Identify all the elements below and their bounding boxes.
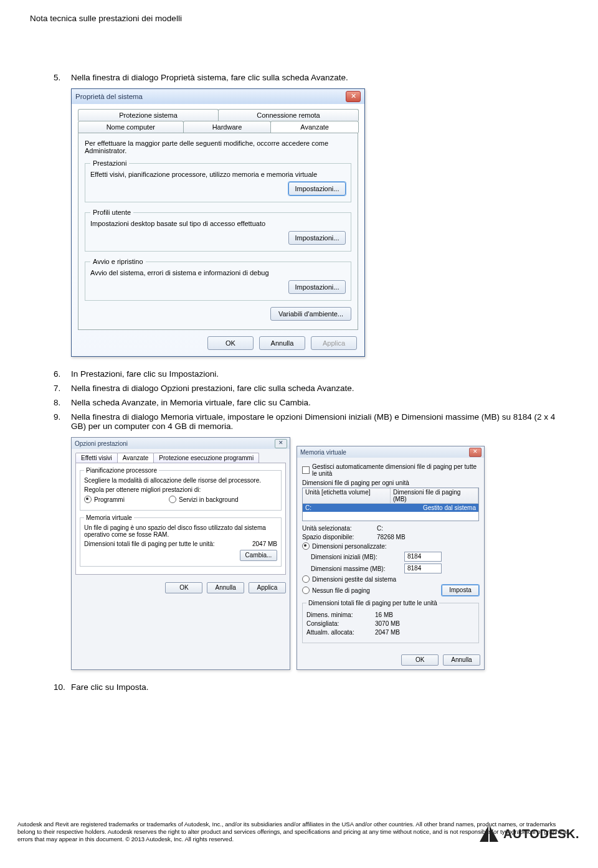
group-text: Scegliere la modalità di allocazione del… — [84, 477, 277, 484]
cancel-button[interactable]: Annulla — [207, 582, 244, 593]
list-row[interactable]: C: Gestito dal sistema — [303, 504, 478, 512]
cancel-button[interactable]: Annulla — [259, 336, 305, 350]
recommended-value: 3070 MB — [375, 620, 400, 627]
environment-variables-button[interactable]: Variabili d'ambiente... — [270, 307, 351, 321]
tab-dep[interactable]: Protezione esecuzione programmi — [153, 453, 259, 463]
drive-list[interactable]: Unità [etichetta volume] Dimensioni file… — [302, 488, 479, 521]
space-available-label: Spazio disponibile: — [302, 534, 377, 540]
allocated-value: 2047 MB — [375, 629, 400, 636]
dialog-title: Opzioni prestazioni — [75, 440, 128, 447]
step-text: Nella finestra di dialogo Opzioni presta… — [71, 384, 568, 393]
dialog-titlebar[interactable]: Opzioni prestazioni ✕ — [72, 438, 290, 449]
processor-scheduling-group: Pianificazione processore Scegliere la m… — [80, 467, 282, 511]
selected-drive-label: Unità selezionata: — [302, 525, 377, 532]
page-header: Nota tecnica sulle prestazioni dei model… — [30, 14, 568, 23]
close-icon[interactable]: ✕ — [346, 91, 361, 102]
tab-connessione-remota[interactable]: Connessione remota — [218, 109, 359, 121]
autodesk-logo: AUTODESK. — [480, 826, 579, 842]
prestazioni-group: Prestazioni Effetti visivi, pianificazio… — [85, 159, 351, 202]
group-legend: Pianificazione processore — [84, 467, 159, 474]
cancel-button[interactable]: Annulla — [443, 654, 480, 666]
tab-hardware[interactable]: Hardware — [183, 121, 272, 133]
group-legend: Memoria virtuale — [84, 514, 134, 521]
radio-custom-size[interactable] — [302, 542, 310, 550]
group-legend: Profili utente — [90, 209, 133, 216]
paging-total-label: Dimensioni totali file di paging per tut… — [84, 540, 252, 547]
step-number: 8. — [54, 398, 71, 407]
tab-avanzate[interactable]: Avanzate — [270, 121, 359, 133]
radio-programs[interactable] — [84, 496, 92, 503]
per-drive-label: Dimensioni file di paging per ogni unità — [302, 479, 479, 486]
step-text: In Prestazioni, fare clic su Impostazion… — [71, 369, 568, 379]
step-number: 6. — [54, 369, 71, 379]
step-number: 9. — [54, 412, 71, 431]
selected-drive-value: C: — [377, 525, 383, 532]
radio-label: Dimensioni personalizzate: — [312, 543, 387, 550]
tab-avanzate[interactable]: Avanzate — [117, 453, 154, 463]
close-icon[interactable]: ✕ — [469, 448, 482, 457]
auto-manage-label: Gestisci automaticamente dimensioni file… — [312, 463, 479, 477]
auto-manage-checkbox[interactable] — [302, 466, 310, 474]
group-legend: Prestazioni — [90, 159, 129, 167]
profili-settings-button[interactable]: Impostazioni... — [288, 231, 346, 245]
min-value: 16 MB — [375, 611, 393, 618]
radio-label: Servizi in background — [179, 496, 239, 503]
space-available-value: 78268 MB — [377, 534, 406, 540]
virtual-memory-group: Memoria virtuale Un file di paging è uno… — [80, 514, 282, 567]
radio-label: Dimensioni gestite dal sistema — [312, 576, 396, 583]
drive-status-cell: Gestito dal sistema — [391, 504, 478, 512]
group-text: Un file di paging è uno spazio del disco… — [84, 524, 277, 538]
ok-button[interactable]: OK — [165, 582, 202, 593]
radio-label: Programmi — [94, 496, 169, 503]
step-text: Fare clic su Imposta. — [71, 682, 568, 692]
step-number: 10. — [54, 682, 71, 692]
dialog-title: Proprietà del sistema — [75, 93, 143, 100]
admin-note: Per effettuare la maggior parte delle se… — [85, 139, 351, 154]
min-label: Dimens. minima: — [306, 611, 375, 618]
allocated-label: Attualm. allocata: — [306, 629, 375, 636]
group-description: Effetti visivi, pianificazione processor… — [90, 171, 346, 178]
tab-protezione-sistema[interactable]: Protezione sistema — [78, 109, 219, 121]
ok-button[interactable]: OK — [401, 654, 439, 666]
dialog-titlebar[interactable]: Proprietà del sistema ✕ — [72, 89, 364, 104]
maximum-size-input[interactable]: 8184 — [404, 564, 442, 573]
ok-button[interactable]: OK — [207, 336, 254, 350]
tab-effetti-visivi[interactable]: Effetti visivi — [75, 453, 118, 463]
apply-button[interactable]: Applica — [249, 582, 286, 593]
initial-size-label: Dimensioni iniziali (MB): — [302, 554, 404, 560]
prestazioni-settings-button[interactable]: Impostazioni... — [288, 182, 346, 196]
radio-system-managed[interactable] — [302, 575, 310, 583]
avvio-settings-button[interactable]: Impostazioni... — [288, 280, 346, 294]
group-legend: Dimensioni totali file di paging per tut… — [306, 600, 439, 606]
step-text: Nella finestra di dialogo Proprietà sist… — [71, 73, 568, 82]
tab-nome-computer[interactable]: Nome computer — [78, 121, 184, 133]
list-header: Unità [etichetta volume] — [303, 488, 391, 503]
paging-total-value: 2047 MB — [252, 540, 277, 547]
recommended-label: Consigliata: — [306, 620, 375, 627]
group-legend: Avvio e ripristino — [90, 258, 146, 265]
initial-size-input[interactable]: 8184 — [404, 552, 442, 562]
dialog-title: Memoria virtuale — [300, 449, 346, 456]
close-icon[interactable]: ✕ — [275, 439, 287, 448]
change-button[interactable]: Cambia... — [240, 550, 277, 561]
set-button[interactable]: Imposta — [442, 585, 479, 596]
group-description: Avvio del sistema, errori di sistema e i… — [90, 269, 346, 276]
performance-options-dialog: Opzioni prestazioni ✕ Effetti visivi Ava… — [71, 437, 290, 670]
group-description: Impostazioni desktop basate sul tipo di … — [90, 220, 346, 227]
autodesk-logo-icon — [480, 826, 498, 842]
totals-group: Dimensioni totali file di paging per tut… — [302, 600, 479, 643]
radio-background-services[interactable] — [169, 496, 176, 503]
apply-button[interactable]: Applica — [311, 336, 357, 350]
autodesk-logo-text: AUTODESK. — [503, 827, 579, 841]
profili-utente-group: Profili utente Impostazioni desktop basa… — [85, 209, 351, 252]
dialog-titlebar[interactable]: Memoria virtuale ✕ — [297, 446, 484, 458]
step-number: 5. — [54, 73, 71, 82]
drive-cell: C: — [303, 504, 391, 512]
list-header: Dimensioni file di paging (MB) — [391, 488, 478, 503]
maximum-size-label: Dimensioni massime (MB): — [302, 565, 404, 572]
avvio-ripristino-group: Avvio e ripristino Avvio del sistema, er… — [85, 258, 351, 301]
radio-no-paging[interactable] — [302, 587, 310, 594]
step-number: 7. — [54, 384, 71, 393]
step-text: Nella finestra di dialogo Memoria virtua… — [71, 412, 568, 431]
radio-label: Nessun file di paging — [312, 587, 439, 594]
